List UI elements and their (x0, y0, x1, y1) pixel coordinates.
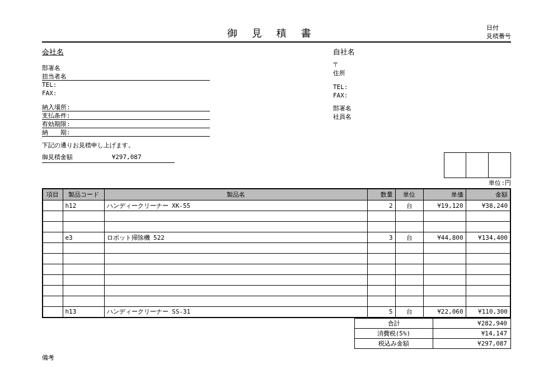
table-row (43, 211, 510, 222)
client-dept: 部署名 (42, 64, 210, 72)
cell (43, 222, 63, 232)
cell (43, 243, 63, 254)
cell (43, 307, 63, 318)
cell (43, 296, 63, 307)
cell (395, 286, 423, 296)
cell: ハンディークリーナー XK-55 (104, 200, 367, 211)
cell (466, 264, 510, 275)
cell (367, 254, 395, 264)
cell (395, 211, 423, 222)
line-items-table: 項目 製品コード 製品名 数量 単位 単価 金額 h12ハンディークリーナー X… (42, 188, 511, 318)
client-company: 会社名 (42, 47, 210, 57)
cell (423, 254, 466, 264)
cell: ¥38,240 (466, 200, 510, 211)
header: 御見積書 日付 見積番号 (42, 22, 511, 43)
cell: h13 (63, 307, 104, 318)
cell (395, 222, 423, 232)
valid-until: 有効期限: (42, 120, 210, 128)
self-block: 自社名 〒 住所 TEL: FAX: 部署名 社員名 (277, 47, 511, 137)
self-tel: TEL: (333, 83, 511, 91)
cell (63, 222, 104, 232)
cell (466, 254, 510, 264)
cell: ロボット掃除機 522 (104, 232, 367, 243)
delivery-place: 納入場所: (42, 103, 210, 111)
cell (367, 286, 395, 296)
total-incl-label: 税込み金額 (355, 338, 433, 348)
cell (104, 222, 367, 232)
cell (423, 222, 466, 232)
col-name: 製品名 (104, 189, 367, 200)
table-row (43, 275, 510, 286)
cell: 2 (367, 200, 395, 211)
cell (43, 264, 63, 275)
cell (104, 296, 367, 307)
grand-total-label: 御見積金額 (42, 153, 98, 161)
cell (43, 286, 63, 296)
doc-title: 御見積書 (227, 26, 326, 40)
cell (395, 254, 423, 264)
stamp-box (444, 152, 466, 178)
cell: ¥22,060 (423, 307, 466, 318)
cell (367, 275, 395, 286)
cell: ¥44,800 (423, 232, 466, 243)
intro-text: 下記の通りお見積申し上げます。 (42, 141, 511, 150)
cell (63, 264, 104, 275)
stamp-box (466, 152, 489, 178)
quote-no-label: 見積番号 (486, 32, 511, 40)
cell (43, 211, 63, 222)
cell (423, 296, 466, 307)
summary-table: 合計 ¥282,940 消費税(5%) ¥14,147 税込み金額 ¥297,0… (354, 318, 511, 349)
cell (367, 211, 395, 222)
client-tel: TEL: (42, 81, 210, 89)
cell (423, 243, 466, 254)
cell: h12 (63, 200, 104, 211)
date-label: 日付 (486, 24, 511, 32)
col-item: 項目 (43, 189, 63, 200)
grand-total-amount: ¥297,087 (102, 153, 175, 161)
subtotal-value: ¥282,940 (433, 318, 511, 328)
cell (63, 254, 104, 264)
table-row (43, 264, 510, 275)
cell (423, 286, 466, 296)
cell (466, 211, 510, 222)
cell (43, 275, 63, 286)
subtotal-label: 合計 (355, 318, 433, 328)
cell (43, 254, 63, 264)
cell: 台 (395, 232, 423, 243)
table-row (43, 254, 510, 264)
cell (423, 211, 466, 222)
total-incl-value: ¥297,087 (433, 338, 511, 348)
table-row: h12ハンディークリーナー XK-552台¥19,120¥38,240 (43, 200, 510, 211)
cell (63, 243, 104, 254)
cell: 3 (367, 232, 395, 243)
cell: ¥110,300 (466, 307, 510, 318)
payment-terms: 支払条件: (42, 111, 210, 120)
cell (367, 243, 395, 254)
cell: e3 (63, 232, 104, 243)
table-row (43, 296, 510, 307)
cell (395, 243, 423, 254)
cell (466, 243, 510, 254)
table-row (43, 286, 510, 296)
self-company: 自社名 (333, 47, 511, 57)
cell (466, 222, 510, 232)
stamp-box (489, 152, 511, 178)
delivery-date: 納 期: (42, 128, 210, 137)
cell (63, 296, 104, 307)
col-price: 単価 (423, 189, 466, 200)
self-fax: FAX: (333, 91, 511, 100)
cell (43, 232, 63, 243)
tax-label: 消費税(5%) (355, 328, 433, 338)
cell (367, 296, 395, 307)
cell (423, 264, 466, 275)
table-row: e3ロボット掃除機 5223台¥44,800¥134,400 (43, 232, 510, 243)
remarks-label: 備考 (42, 353, 511, 362)
cell (104, 275, 367, 286)
cell (466, 275, 510, 286)
col-qty: 数量 (367, 189, 395, 200)
cell (104, 243, 367, 254)
self-staff: 社員名 (333, 113, 511, 121)
table-row (43, 243, 510, 254)
cell (43, 200, 63, 211)
cell: ¥134,400 (466, 232, 510, 243)
